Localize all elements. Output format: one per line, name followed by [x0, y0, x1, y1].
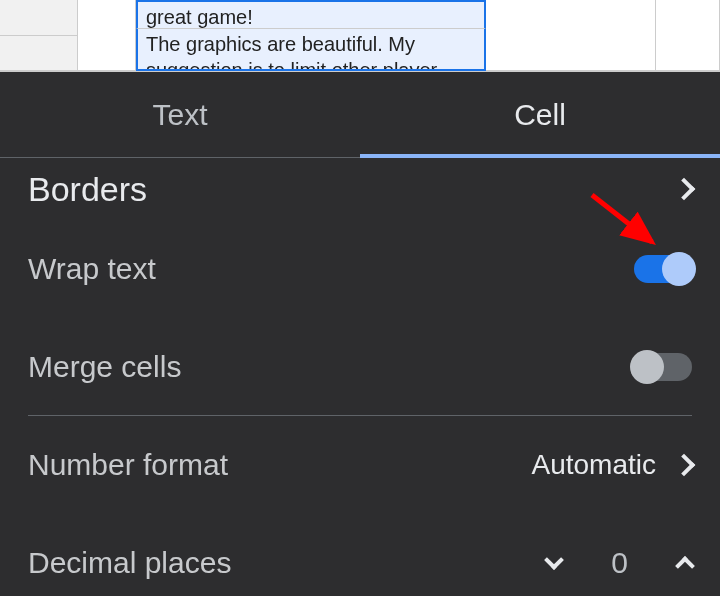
wrap-text-label: Wrap text: [28, 252, 156, 286]
spreadsheet-cell[interactable]: [486, 0, 656, 71]
tab-text[interactable]: Text: [0, 72, 360, 157]
settings-list: Borders Wrap text Merge cells Number for…: [0, 158, 720, 596]
number-format-value-group: Automatic: [532, 449, 693, 481]
chevron-right-icon: [673, 454, 696, 477]
row-header-column: [0, 0, 78, 71]
decimal-places-controls: 0: [547, 546, 692, 580]
decimal-places-row: Decimal places 0: [28, 514, 692, 596]
wrap-text-row: Wrap text: [28, 220, 692, 318]
spreadsheet-cell[interactable]: [78, 0, 136, 71]
spreadsheet-area: great game! The graphics are beautiful. …: [0, 0, 720, 72]
spreadsheet-cell[interactable]: [656, 0, 720, 71]
right-cells: [486, 0, 720, 71]
number-format-value: Automatic: [532, 449, 657, 481]
selected-cell-column: great game! The graphics are beautiful. …: [136, 0, 486, 71]
wrap-text-toggle[interactable]: [634, 255, 692, 283]
number-format-label: Number format: [28, 448, 228, 482]
merge-cells-label: Merge cells: [28, 350, 181, 384]
merge-cells-row: Merge cells: [28, 318, 692, 416]
borders-label: Borders: [28, 170, 147, 209]
decimal-places-value: 0: [611, 546, 628, 580]
chevron-up-icon[interactable]: [675, 556, 695, 576]
toggle-knob: [630, 350, 664, 384]
blank-cell-column: [78, 0, 136, 71]
decimal-places-label: Decimal places: [28, 546, 231, 580]
format-tabs: Text Cell: [0, 72, 720, 158]
row-header[interactable]: [0, 36, 78, 72]
chevron-down-icon[interactable]: [544, 550, 564, 570]
row-header[interactable]: [0, 0, 78, 36]
number-format-row[interactable]: Number format Automatic: [28, 416, 692, 514]
merge-cells-toggle[interactable]: [634, 353, 692, 381]
selected-cell[interactable]: The graphics are beautiful. My suggestio…: [136, 28, 486, 71]
borders-row[interactable]: Borders: [28, 158, 692, 220]
selected-cell[interactable]: great game!: [136, 0, 486, 28]
toggle-knob: [662, 252, 696, 286]
format-panel: Text Cell Borders Wrap text Merge cells …: [0, 72, 720, 596]
chevron-right-icon: [673, 178, 696, 201]
tab-cell[interactable]: Cell: [360, 72, 720, 157]
